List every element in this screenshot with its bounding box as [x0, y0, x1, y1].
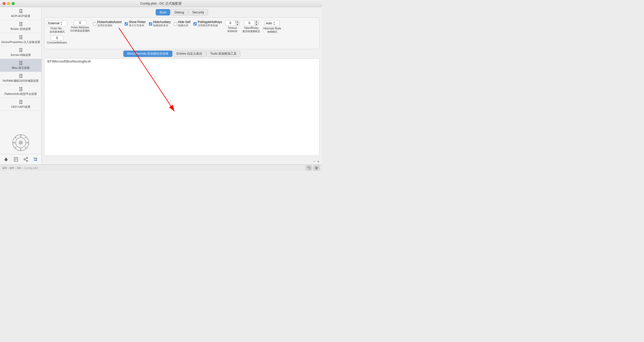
maximize-button[interactable]: [12, 2, 15, 5]
sidebar-item-platform[interactable]: PlatformInfo-机型平台设置: [0, 85, 41, 98]
svg-point-2: [19, 141, 23, 145]
sidebar-item-booter[interactable]: Booter-启动设置: [0, 20, 41, 33]
sidebar-item-device[interactable]: DeviceProperties-注入设备设置: [0, 33, 41, 46]
breadcrumb-efi2: EFI: [10, 166, 14, 169]
footer-btn-back[interactable]: [3, 156, 10, 163]
show-picker-label: Show Picker 显示引导菜单: [129, 20, 146, 27]
select-arrows: ▲ ▼: [60, 21, 62, 26]
poll-apple-hotkeys-group: PollAppleHotKeys 启用模拟苹果热键: [193, 20, 222, 27]
sidebar-icon-uefi: [18, 100, 23, 104]
sidebar-icon-misc: [18, 61, 23, 65]
sidebar-footer: PayPal: [0, 154, 41, 164]
svg-rect-8: [25, 136, 27, 139]
hibernate-mode-select[interactable]: Auto ▲ ▼: [265, 20, 280, 26]
svg-rect-4: [20, 148, 21, 151]
sub-tab-bless[interactable]: BlessOverride-添加微软启动项: [123, 51, 172, 57]
picker-attributes-label: Picker Attributes GUI界面设置属性: [70, 26, 90, 32]
hide-self-checkbox[interactable]: [174, 22, 177, 26]
sidebar-label-device: DeviceProperties-注入设备设置: [1, 40, 40, 44]
svg-rect-5: [13, 142, 15, 143]
takeoff-decrement[interactable]: ▼: [255, 23, 258, 26]
breadcrumb: EFI › EFI › OC › Config.plist: [3, 166, 38, 169]
tab-boot[interactable]: Boot: [156, 9, 170, 15]
sub-tab-bar: BlessOverride-添加微软启动项 Entries-自定义条目 Tool…: [42, 49, 322, 58]
svg-rect-7: [14, 136, 17, 139]
picker-attributes-group: Picker Attributes GUI界面设置属性: [70, 20, 90, 32]
close-button[interactable]: [3, 2, 6, 5]
svg-marker-11: [4, 158, 8, 161]
takeoff-input[interactable]: [244, 21, 255, 25]
svg-line-20: [25, 160, 26, 161]
bottom-btn-settings[interactable]: [313, 165, 319, 170]
picker-audio-assist-group: PickerAudioAssist 启用语音辅助: [93, 20, 122, 27]
svg-rect-9: [14, 147, 17, 149]
main-content: Boot Debug Security External ▲ ▼: [42, 7, 322, 164]
takeoff-increment[interactable]: ▲: [255, 20, 258, 23]
hibernate-select-arrows: ▲ ▼: [273, 21, 275, 26]
window-title: Config.plist - OC 正式版配置: [140, 1, 182, 6]
picker-attributes-input[interactable]: [74, 20, 86, 25]
poll-apple-hotkeys-label: PollAppleHotKeys 启用模拟苹果热键: [198, 20, 222, 27]
footer-btn-pay[interactable]: PayPal: [32, 156, 39, 163]
svg-line-19: [25, 158, 26, 159]
svg-point-18: [26, 160, 28, 162]
sidebar-icon-platform: [18, 87, 23, 91]
hide-self-group: Hide Self 隐藏自身: [174, 20, 191, 27]
hide-self-row: Hide Self 隐藏自身: [174, 20, 191, 27]
sidebar-label-booter: Booter-启动设置: [11, 27, 31, 31]
hibernate-mode-label: Hibernate Mode 休眠模式: [263, 27, 281, 33]
picker-mode-select[interactable]: External ▲ ▼: [47, 20, 67, 26]
console-attributes-group: ConsoleAttributes: [47, 35, 67, 44]
sidebar-label-acpi: ACPI-ACPI设置: [11, 14, 30, 18]
minimize-button[interactable]: [7, 2, 10, 5]
sidebar-label-misc: Misc-其它设置: [12, 66, 30, 70]
sidebar-icon-acpi: [18, 9, 23, 13]
sidebar-item-kernel[interactable]: Kernel-内核设置: [0, 46, 41, 59]
timeout-label: Timeout 等待时间: [227, 26, 237, 33]
timeout-decrement[interactable]: ▼: [236, 23, 239, 26]
sidebar-icon-device: [18, 35, 23, 39]
sidebar-item-acpi[interactable]: ACPI-ACPI设置: [0, 7, 41, 20]
sidebar-icon-nvram: [18, 74, 23, 78]
sidebar-item-nvram[interactable]: NVRAM-随机访问存储器设置: [0, 72, 41, 85]
footer-btn-doc[interactable]: [12, 156, 19, 163]
footer-btn-share[interactable]: [22, 156, 29, 163]
svg-rect-3: [20, 135, 21, 137]
sub-tab-entries[interactable]: Entries-自定义条目: [173, 51, 206, 57]
timeout-increment[interactable]: ▲: [236, 20, 239, 23]
sub-tab-tools[interactable]: Tools-添加附加工具: [206, 51, 240, 57]
picker-mode-value: External: [48, 22, 59, 25]
sidebar-item-uefi[interactable]: UEFI-UEFI设置: [0, 98, 41, 111]
sidebar-bottom: [0, 131, 41, 154]
tab-debug[interactable]: Debug: [171, 9, 188, 15]
gear-icon: [12, 134, 30, 152]
hide-auxiliary-checkbox[interactable]: [149, 22, 152, 26]
bottom-btn-refresh[interactable]: [306, 165, 312, 170]
picker-audio-assist-checkbox[interactable]: [93, 22, 96, 26]
sidebar-label-platform: PlatformInfo-机型平台设置: [5, 92, 37, 96]
hide-self-label: Hide Self 隐藏自身: [178, 20, 191, 27]
poll-apple-hotkeys-checkbox[interactable]: [193, 22, 197, 26]
show-picker-checkbox[interactable]: [125, 22, 128, 26]
remove-item-btn[interactable]: −: [313, 159, 315, 163]
picker-audio-assist-row: PickerAudioAssist 启用语音辅助: [93, 20, 122, 27]
hide-auxiliary-row: HideAuxiliary 隐藏辅助条目: [149, 20, 171, 27]
options-area: External ▲ ▼ Picker Mo... 启动菜单模式: [44, 17, 319, 49]
sidebar-item-misc[interactable]: Misc-其它设置: [0, 59, 41, 72]
console-attributes-input[interactable]: [51, 35, 63, 40]
sidebar-label-nvram: NVRAM-随机访问存储器设置: [3, 79, 39, 82]
sidebar-icon-kernel: [18, 48, 23, 52]
timeout-spin: ▲ ▼: [225, 20, 239, 26]
svg-point-23: [316, 167, 317, 168]
bottom-bar: EFI › EFI › OC › Config.plist: [0, 164, 322, 171]
sidebar-icon-booter: [18, 22, 23, 26]
timeout-input[interactable]: [225, 21, 235, 25]
options-row-2: ConsoleAttributes: [47, 35, 317, 44]
tab-security[interactable]: Security: [189, 9, 208, 15]
sidebar: ACPI-ACPI设置Booter-启动设置DeviceProperties-注…: [0, 7, 42, 164]
add-item-btn[interactable]: +: [317, 159, 319, 163]
picker-audio-assist-label: PickerAudioAssist 启用语音辅助: [97, 20, 122, 27]
breadcrumb-config: Config.plist: [24, 166, 38, 169]
takeoff-delay-group: ▲ ▼ TakeoffDelay 激活快捷键延迟: [242, 20, 260, 33]
title-bar: Config.plist - OC 正式版配置: [0, 0, 322, 7]
